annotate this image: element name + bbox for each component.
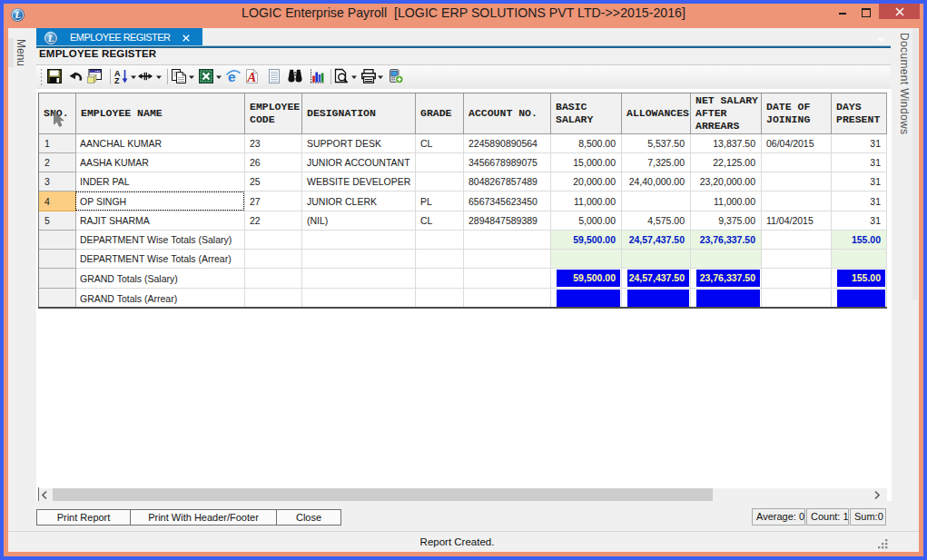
svg-text:A: A [247,70,257,84]
svg-text:L: L [47,33,54,44]
svg-text:Z: Z [114,76,120,85]
svg-text:L: L [14,10,20,20]
